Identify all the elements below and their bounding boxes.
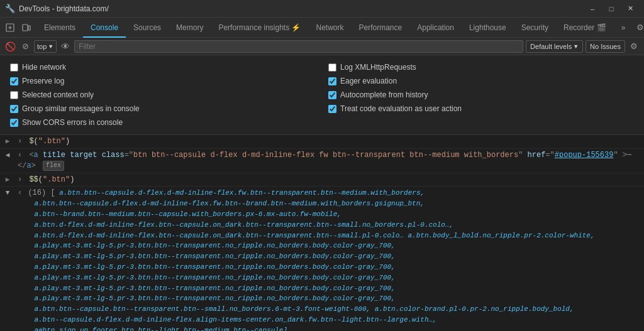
log-xhr-checkbox[interactable] — [328, 63, 336, 72]
setting-autocomplete: Autocomplete from history — [328, 88, 634, 102]
settings-panel: Hide network Preserve log Selected conte… — [0, 55, 644, 135]
selected-context-checkbox[interactable] — [10, 91, 18, 99]
tab-sources[interactable]: Sources — [126, 18, 169, 38]
levels-label: Default levels — [530, 43, 572, 50]
console-settings-button[interactable]: ⚙ — [628, 40, 640, 53]
title-bar-title: DevTools - brightdata.com/ — [19, 4, 109, 13]
device-toolbar-button[interactable] — [19, 20, 34, 35]
tab-recorder[interactable]: Recorder 🎬 — [556, 18, 614, 38]
line-expand-2[interactable]: ◀ — [0, 149, 15, 159]
console-line-2: ◀ ‹ <a title target class="btn btn--caps… — [0, 149, 644, 173]
settings-icon-btn[interactable]: ⚙ — [633, 20, 644, 35]
cors-errors-checkbox[interactable] — [10, 119, 18, 127]
title-bar-controls: – □ ✕ — [584, 3, 639, 15]
context-select[interactable]: top ▼ — [34, 40, 57, 53]
context-value: top — [37, 43, 47, 50]
tab-lighthouse[interactable]: Lighthouse — [462, 18, 514, 38]
title-bar-left: 🔧 DevTools - brightdata.com/ — [5, 4, 109, 13]
line-expand-3[interactable]: ▶ — [0, 174, 15, 183]
filter-input[interactable] — [74, 40, 523, 53]
devtools-icon: 🔧 — [5, 4, 15, 13]
maximize-button[interactable]: □ — [602, 3, 620, 15]
levels-dropdown-icon: ▼ — [573, 43, 579, 50]
preserve-log-label: Preserve log — [22, 77, 64, 85]
setting-eager-eval: Eager evaluation — [328, 74, 634, 88]
title-bar: 🔧 DevTools - brightdata.com/ – □ ✕ — [0, 0, 644, 18]
cors-errors-label: Show CORS errors in console — [22, 118, 123, 127]
tab-more[interactable]: » — [614, 18, 633, 38]
setting-selected-context: Selected context only — [10, 88, 316, 102]
setting-log-xhr: Log XMLHttpRequests — [328, 60, 634, 74]
console-line-4: ▼ ‹ (16) [ a.btn.btn--capsule.d-flex.d-m… — [0, 187, 644, 331]
tab-elements[interactable]: Elements — [36, 18, 83, 38]
line-expand-1[interactable]: ▶ — [0, 136, 15, 145]
tab-icons — [3, 20, 34, 35]
minimize-button[interactable]: – — [584, 3, 601, 15]
group-similar-checkbox[interactable] — [10, 105, 18, 113]
prompt-arrow-1: › — [18, 137, 22, 146]
setting-group-similar: Group similar messages in console — [10, 102, 316, 116]
filter-button[interactable]: ⊘ — [19, 40, 31, 53]
treat-eval-checkbox[interactable] — [328, 105, 336, 113]
setting-preserve-log: Preserve log — [10, 74, 316, 88]
console-toolbar: 🚫 ⊘ top ▼ 👁 Default levels ▼ No Issues ⚙ — [0, 38, 644, 55]
console-line-3: ▶ › $$(".btn") — [0, 173, 644, 187]
devtools-tabs: Elements Console Sources Memory Performa… — [0, 18, 644, 38]
default-levels-button[interactable]: Default levels ▼ — [526, 40, 583, 53]
console-content: ▶ › $(".btn") ◀ ‹ <a title target class=… — [0, 135, 644, 331]
setting-hide-network: Hide network — [10, 60, 316, 74]
flex-badge: flex — [43, 161, 64, 171]
command-text-1[interactable]: $(".btn") — [29, 137, 70, 146]
setting-treat-eval: Treat code evaluation as user action — [328, 102, 634, 116]
tab-performance-insights[interactable]: Performance insights ⚡ — [211, 18, 308, 38]
no-issues-button[interactable]: No Issues — [586, 40, 625, 53]
svg-rect-2 — [28, 26, 30, 30]
no-issues-label: No Issues — [590, 43, 621, 50]
setting-cors-errors: Show CORS errors in console — [10, 116, 316, 129]
svg-rect-1 — [23, 24, 28, 31]
eager-eval-checkbox[interactable] — [328, 77, 336, 85]
group-similar-label: Group similar messages in console — [22, 104, 140, 113]
hide-network-checkbox[interactable] — [10, 63, 18, 72]
log-xhr-label: Log XMLHttpRequests — [340, 63, 416, 72]
autocomplete-label: Autocomplete from history — [340, 90, 428, 99]
line-content-1: › $(".btn") — [15, 136, 644, 148]
live-expressions-button[interactable]: 👁 — [59, 40, 72, 53]
preserve-log-checkbox[interactable] — [10, 77, 18, 85]
tab-performance[interactable]: Performance — [352, 18, 410, 38]
href-link-1[interactable]: #popup-155639 — [555, 151, 614, 160]
treat-eval-label: Treat code evaluation as user action — [340, 104, 462, 113]
selected-context-label: Selected context only — [22, 90, 94, 99]
eager-eval-label: Eager evaluation — [340, 77, 397, 85]
line-content-2: ‹ <a title target class="btn btn--capsul… — [15, 149, 644, 172]
context-dropdown-icon: ▼ — [48, 43, 53, 50]
settings-col2: Log XMLHttpRequests Eager evaluation Aut… — [328, 60, 634, 129]
line-content-3: › $$(".btn") — [15, 174, 644, 186]
console-line-1: ▶ › $(".btn") — [0, 135, 644, 149]
hide-network-label: Hide network — [22, 63, 66, 72]
settings-col1: Hide network Preserve log Selected conte… — [10, 60, 316, 129]
line-expand-4[interactable]: ▼ — [0, 187, 15, 197]
inspect-element-button[interactable] — [3, 20, 18, 35]
close-button[interactable]: ✕ — [621, 3, 639, 15]
clear-console-button[interactable]: 🚫 — [4, 40, 16, 53]
line-content-4: ‹ (16) [ a.btn.btn--capsule.d-flex.d-md-… — [15, 187, 644, 331]
tab-memory[interactable]: Memory — [169, 18, 211, 38]
devtools-tabs-right: ⚙ ⋮ — [633, 20, 644, 35]
autocomplete-checkbox[interactable] — [328, 91, 336, 99]
tab-console[interactable]: Console — [83, 18, 126, 38]
command-text-3[interactable]: $$(".btn") — [29, 175, 74, 184]
tab-application[interactable]: Application — [409, 18, 462, 38]
tab-network[interactable]: Network — [309, 18, 352, 38]
tab-security[interactable]: Security — [514, 18, 556, 38]
